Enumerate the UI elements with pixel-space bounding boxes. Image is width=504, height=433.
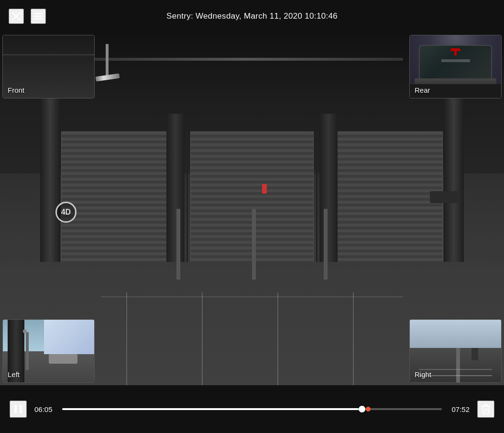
time-total: 07:52 — [449, 405, 470, 413]
right-camera-thumbnail[interactable]: Right — [409, 319, 502, 383]
delete-button[interactable] — [477, 401, 494, 418]
rear-camera-thumbnail[interactable]: Rear — [409, 35, 502, 98]
main-video-area: 4D — [0, 32, 504, 385]
parking-sign: 4D — [55, 202, 77, 223]
rear-camera-label: Rear — [415, 86, 430, 94]
progress-fill — [62, 408, 362, 410]
header-title: Sentry: Wednesday, March 11, 2020 10:10:… — [166, 11, 338, 21]
right-camera-label: Right — [415, 370, 431, 379]
header: Sentry: Wednesday, March 11, 2020 10:10:… — [0, 0, 504, 32]
left-camera-label: Left — [8, 370, 20, 379]
svg-rect-6 — [20, 405, 22, 413]
progress-bar[interactable] — [62, 408, 442, 410]
menu-button[interactable] — [31, 9, 46, 24]
progress-knob[interactable] — [359, 406, 365, 412]
front-camera-thumbnail[interactable]: Front — [2, 35, 95, 98]
progress-dot — [366, 407, 371, 411]
play-pause-button[interactable] — [10, 401, 27, 418]
left-camera-thumbnail[interactable]: Left — [2, 319, 95, 383]
front-camera-label: Front — [8, 86, 24, 94]
controls-bar: 06:05 07:52 — [0, 385, 504, 433]
svg-rect-5 — [14, 405, 16, 413]
close-button[interactable] — [9, 9, 24, 24]
time-current: 06:05 — [34, 405, 55, 413]
